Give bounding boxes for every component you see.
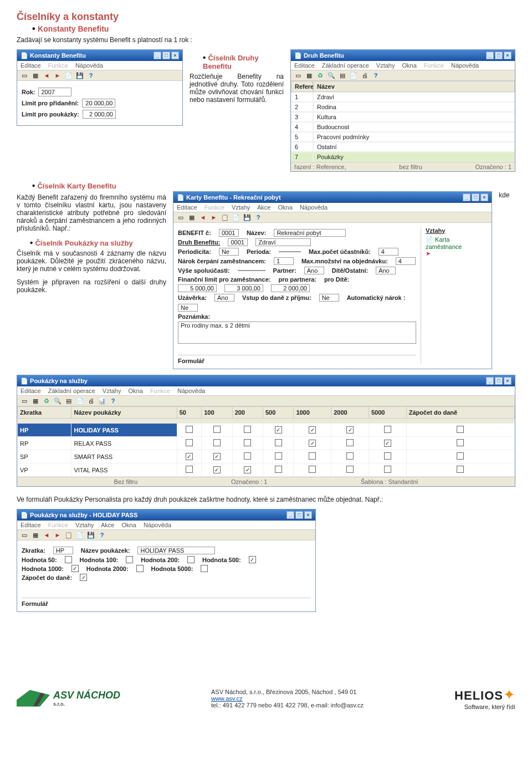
menu-item[interactable]: Akce bbox=[257, 204, 270, 211]
win-poukazky-titlebar[interactable]: 📄 Poukázky na služby _□× bbox=[17, 375, 515, 386]
menu-item[interactable]: Okna bbox=[278, 204, 293, 211]
grid-cell[interactable]: Pracovní podmínky bbox=[313, 132, 515, 142]
perioda-input[interactable] bbox=[279, 251, 301, 252]
checkbox[interactable] bbox=[126, 556, 133, 563]
win-karty-titlebar[interactable]: 📄 Karty Benefitu - Rekreační pobyt _□× bbox=[173, 192, 492, 203]
checkbox[interactable] bbox=[244, 466, 251, 473]
window-buttons[interactable]: _□× bbox=[485, 377, 511, 385]
checkbox[interactable] bbox=[346, 466, 354, 473]
grid-cell[interactable]: 5 bbox=[291, 132, 313, 142]
win-poukhp-menu[interactable]: Editace Funkce Vztahy Akce Okna Nápověda bbox=[17, 521, 315, 530]
narokz-input[interactable]: 1 bbox=[274, 257, 294, 265]
checkbox[interactable] bbox=[213, 439, 221, 446]
checkbox[interactable] bbox=[309, 452, 316, 460]
checkbox[interactable] bbox=[186, 426, 193, 433]
menu-item[interactable]: Okna bbox=[122, 522, 136, 528]
checkbox[interactable] bbox=[309, 466, 316, 473]
rok-input[interactable]: 2007 bbox=[38, 88, 71, 96]
grid-cell[interactable]: 3 bbox=[291, 112, 313, 122]
vstup-input[interactable]: Ne bbox=[319, 294, 339, 302]
col-header[interactable]: 2000 bbox=[331, 407, 369, 419]
menu-item[interactable]: Vztahy bbox=[376, 62, 395, 69]
menu-item[interactable]: Editace bbox=[21, 522, 41, 528]
checkbox[interactable] bbox=[346, 452, 354, 460]
col-header[interactable]: 5000 bbox=[369, 407, 406, 419]
win-poukhp-titlebar[interactable]: 📄 Poukázky na služby - HOLIDAY PASS _□× bbox=[17, 509, 315, 521]
grid-cell[interactable]: 7 bbox=[291, 152, 313, 162]
checkbox[interactable] bbox=[213, 466, 221, 473]
checkbox[interactable] bbox=[384, 452, 391, 460]
checkbox[interactable] bbox=[244, 439, 251, 446]
col-header[interactable]: 500 bbox=[263, 407, 294, 419]
checkbox[interactable] bbox=[275, 426, 282, 434]
checkbox[interactable] bbox=[136, 565, 144, 572]
col-header[interactable]: 100 bbox=[202, 407, 232, 419]
checkbox[interactable] bbox=[65, 556, 72, 563]
checkbox[interactable] bbox=[201, 565, 208, 572]
zap-checkbox[interactable] bbox=[80, 574, 87, 581]
win-konstanty-titlebar[interactable]: 📄 Konstanty Benefitu _□× bbox=[17, 50, 182, 61]
menu-editace[interactable]: Editace bbox=[21, 62, 41, 69]
checkbox[interactable] bbox=[249, 556, 256, 563]
menu-item[interactable]: Základní operace bbox=[322, 62, 369, 69]
win-konstanty-toolbar[interactable]: ▭▦ ◄► 📄💾 ? bbox=[17, 70, 182, 81]
checkbox[interactable] bbox=[457, 452, 464, 460]
checkbox[interactable] bbox=[457, 466, 464, 473]
maxo-input[interactable]: 4 bbox=[396, 257, 416, 265]
checkbox[interactable] bbox=[346, 426, 354, 434]
table-cell[interactable]: RELAX PASS bbox=[71, 437, 177, 450]
checkbox[interactable] bbox=[186, 453, 193, 460]
checkbox[interactable] bbox=[244, 426, 251, 433]
checkbox[interactable] bbox=[244, 452, 251, 460]
checkbox[interactable] bbox=[213, 426, 221, 433]
checkbox[interactable] bbox=[186, 466, 193, 473]
menu-item[interactable]: Editace bbox=[294, 62, 315, 69]
window-buttons[interactable]: _□× bbox=[152, 52, 179, 59]
grid-cell[interactable]: Budoucnost bbox=[313, 122, 515, 132]
menu-item[interactable]: Nápověda bbox=[144, 522, 171, 528]
col-nazev[interactable]: Název bbox=[313, 81, 515, 92]
tab-formular[interactable]: Formulář bbox=[178, 355, 416, 364]
partner-input[interactable]: Ano bbox=[304, 267, 324, 274]
grid-cell[interactable]: 4 bbox=[291, 122, 313, 132]
menu-item[interactable]: Editace bbox=[21, 388, 41, 394]
col-header[interactable]: Zkratka bbox=[18, 407, 71, 419]
menu-napoveda[interactable]: Nápověda bbox=[75, 62, 103, 69]
win-poukhp-toolbar[interactable]: ▭▦ ◄► 📋📄 💾? bbox=[17, 530, 315, 541]
checkbox[interactable] bbox=[186, 439, 193, 446]
menu-item[interactable]: Vztahy bbox=[232, 204, 250, 211]
grid-cell[interactable]: Rodina bbox=[313, 102, 515, 112]
checkbox[interactable] bbox=[309, 440, 316, 447]
col-header[interactable]: 1000 bbox=[294, 407, 331, 419]
grid-cell[interactable]: Kultura bbox=[313, 112, 515, 122]
menu-item[interactable]: Vztahy bbox=[75, 522, 94, 528]
menu-item[interactable]: Editace bbox=[177, 204, 197, 211]
checkbox[interactable] bbox=[384, 426, 391, 433]
checkbox[interactable] bbox=[275, 452, 282, 460]
col-header[interactable]: 200 bbox=[232, 407, 263, 419]
table-cell[interactable]: HOLIDAY PASS bbox=[71, 424, 177, 437]
grid-cell[interactable]: 1 bbox=[291, 92, 313, 102]
benefit-c-input[interactable]: 0001 bbox=[219, 229, 239, 237]
window-buttons[interactable]: _□× bbox=[285, 511, 312, 519]
menu-item[interactable]: Akce bbox=[101, 522, 114, 528]
nazev-input[interactable]: Rekreační pobyt bbox=[274, 229, 346, 237]
limd-input[interactable]: 2 000,00 bbox=[271, 284, 310, 292]
np-input[interactable]: HOLIDAY PASS bbox=[137, 547, 215, 554]
menu-item[interactable]: Základní operace bbox=[48, 388, 95, 394]
menu-item[interactable]: Okna bbox=[129, 388, 143, 394]
win-karty-toolbar[interactable]: ▭▦ ◄► 📋📄 💾? bbox=[173, 212, 492, 223]
grid-cell[interactable]: Poukázky bbox=[313, 152, 515, 162]
col-header[interactable]: Název poukázky bbox=[71, 407, 177, 419]
checkbox[interactable] bbox=[457, 439, 464, 446]
menu-item[interactable]: Okna bbox=[402, 62, 417, 69]
col-reference[interactable]: Reference bbox=[291, 81, 313, 92]
window-buttons[interactable]: _□× bbox=[462, 193, 488, 201]
dite-input[interactable]: Ano bbox=[376, 267, 396, 274]
menu-item[interactable]: Nápověda bbox=[177, 388, 205, 394]
table-cell[interactable]: RP bbox=[18, 437, 71, 450]
vyse-input[interactable] bbox=[238, 270, 265, 271]
table-cell[interactable]: SP bbox=[18, 450, 71, 463]
win-konstanty-menu[interactable]: Editace Funkce Nápověda bbox=[17, 61, 182, 70]
table-cell[interactable]: HP bbox=[18, 424, 71, 437]
